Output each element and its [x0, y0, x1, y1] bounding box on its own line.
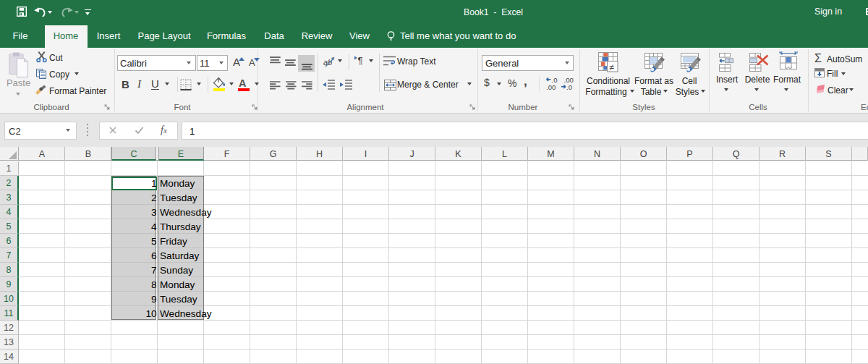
svg-text:ab: ab	[323, 58, 332, 67]
svg-text:.0: .0	[566, 83, 572, 91]
svg-text:≠: ≠	[610, 62, 615, 72]
svg-text:.00: .00	[546, 83, 556, 91]
svg-text:¶: ¶	[358, 55, 363, 66]
